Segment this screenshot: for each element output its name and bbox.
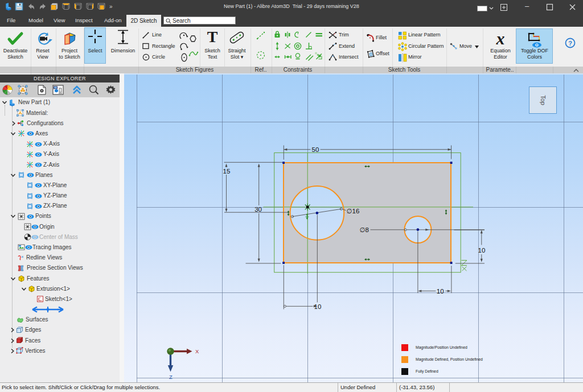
- svg-text:∅8: ∅8: [360, 226, 369, 233]
- svg-text:15: 15: [223, 168, 231, 175]
- svg-text:Z: Z: [169, 374, 173, 380]
- svg-text:∅16: ∅16: [347, 208, 360, 214]
- svg-text:10: 10: [314, 303, 322, 310]
- svg-text:50: 50: [312, 146, 319, 153]
- svg-text:10: 10: [478, 247, 486, 254]
- svg-text:30: 30: [254, 206, 262, 213]
- svg-text:10: 10: [437, 288, 444, 295]
- svg-text:X: X: [195, 348, 199, 354]
- svg-text:?: ?: [568, 40, 572, 47]
